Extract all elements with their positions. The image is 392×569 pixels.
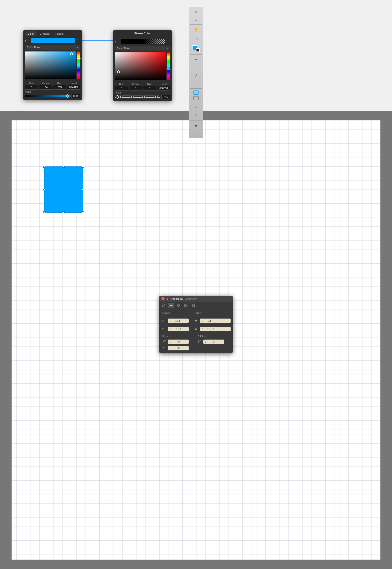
- height-down-arrow[interactable]: ▼: [201, 329, 203, 331]
- x-input[interactable]: [172, 319, 186, 322]
- gradient-field[interactable]: [25, 51, 76, 79]
- toolbar-hex-icon[interactable]: ⬡: [192, 112, 200, 119]
- tab-pattern[interactable]: Pattern: [53, 31, 66, 36]
- stroke-hex-label: Hex #: [157, 83, 170, 85]
- stroke-blue-input[interactable]: [143, 86, 156, 90]
- props-tool-grid[interactable]: [183, 303, 189, 308]
- tab-gradient[interactable]: Gradient: [37, 31, 52, 36]
- height-stepper[interactable]: ▲ ▼: [201, 327, 203, 331]
- y-input[interactable]: [172, 328, 186, 330]
- rotation-input[interactable]: [207, 340, 221, 343]
- stroke-hue-slider[interactable]: [167, 52, 170, 80]
- shape-blue-rect[interactable]: [44, 166, 83, 213]
- y-label: Y:: [161, 328, 166, 330]
- rotation-stepper[interactable]: ▲ ▼: [205, 340, 206, 344]
- width-stepper[interactable]: ▲ ▼: [201, 319, 203, 322]
- stroke-alpha-input[interactable]: [161, 95, 170, 99]
- red-input[interactable]: [25, 85, 38, 90]
- props-tool-transform[interactable]: [168, 303, 174, 308]
- rotation-down[interactable]: ▼: [205, 342, 206, 344]
- y-up-arrow[interactable]: ▲: [169, 327, 171, 329]
- x-down-arrow[interactable]: ▼: [169, 321, 171, 322]
- stroke-gradient-cursor[interactable]: [117, 70, 120, 73]
- props-close-button[interactable]: ✕: [161, 297, 165, 300]
- blue-input[interactable]: [53, 85, 66, 90]
- toolbar-ellipse-icon[interactable]: ○: [192, 104, 200, 111]
- shear-y-stepper[interactable]: ▲ ▼: [169, 346, 171, 350]
- shear-y-input[interactable]: [172, 347, 186, 349]
- toolbar-diamond-icon[interactable]: ◇: [192, 16, 200, 23]
- toolbar-arrow-icon[interactable]: ↕: [192, 130, 200, 137]
- props-collapse-button[interactable]: ▼: [166, 298, 168, 300]
- width-link-icon[interactable]: ⬌: [194, 317, 198, 324]
- stroke-green-input[interactable]: [129, 86, 142, 90]
- shear-x-up[interactable]: ▲: [169, 340, 171, 342]
- handle-lm[interactable]: [43, 189, 45, 190]
- toolbar-line-icon[interactable]: ╱: [192, 72, 200, 79]
- stroke-hex-input[interactable]: [157, 86, 170, 90]
- toolbar-bezier-icon[interactable]: ∫: [192, 80, 200, 87]
- handle-br[interactable]: [82, 211, 84, 213]
- width-up-arrow[interactable]: ▲: [201, 319, 203, 321]
- height-link-icon[interactable]: ⬍: [194, 326, 198, 332]
- rotation-up[interactable]: ▲: [205, 340, 206, 342]
- shear-y-up[interactable]: ▲: [169, 346, 171, 348]
- toolbar-pen-icon[interactable]: ✒: [192, 57, 200, 63]
- handle-bl[interactable]: [43, 211, 45, 213]
- stroke-picker-dropdown[interactable]: Color Picker ▼: [115, 46, 170, 51]
- handle-rm[interactable]: [82, 189, 84, 190]
- shear-x-input[interactable]: [172, 340, 186, 343]
- green-input[interactable]: [39, 85, 52, 90]
- color-panel: Color Gradient Pattern ≡ Color Picker ▼: [23, 30, 82, 100]
- stroke-swatch[interactable]: [196, 48, 200, 52]
- toolbar-rounded-rect-icon[interactable]: [194, 96, 198, 100]
- hex-input[interactable]: [67, 85, 80, 90]
- handle-tl[interactable]: [43, 166, 45, 168]
- color-preview-bar[interactable]: [31, 38, 75, 43]
- width-input[interactable]: [204, 319, 218, 322]
- handle-tr[interactable]: [82, 166, 84, 168]
- height-input[interactable]: [204, 328, 218, 330]
- x-stepper[interactable]: ▲ ▼: [169, 319, 171, 322]
- hue-slider[interactable]: [77, 51, 80, 79]
- shear-y-down[interactable]: ▼: [169, 348, 171, 350]
- gradient-cursor[interactable]: [70, 52, 73, 55]
- props-tool-style[interactable]: [176, 303, 181, 308]
- height-up-arrow[interactable]: ▲: [201, 327, 203, 329]
- shear-x-down[interactable]: ▼: [169, 342, 171, 344]
- tab-color[interactable]: Color: [25, 31, 36, 36]
- x-up-arrow[interactable]: ▲: [169, 319, 171, 321]
- toolbar-curve-icon[interactable]: ⌒: [192, 64, 200, 71]
- stroke-red-input[interactable]: [115, 86, 128, 90]
- handle-tm[interactable]: [63, 166, 65, 168]
- y-stepper[interactable]: ▲ ▼: [169, 327, 171, 331]
- handle-bm[interactable]: [63, 211, 65, 213]
- color-picker-dropdown[interactable]: Color Picker ▼: [25, 45, 80, 50]
- toolbar-star-icon[interactable]: ★: [192, 122, 200, 129]
- alpha-track[interactable]: [25, 95, 70, 97]
- color-options-button[interactable]: ≡: [77, 38, 80, 43]
- toolbar-zoom-icon[interactable]: 🔍: [192, 34, 200, 41]
- shear-x-stepper[interactable]: ▲ ▼: [169, 340, 171, 344]
- color-picker-arrow: ▼: [76, 46, 78, 48]
- alpha-input[interactable]: [71, 94, 80, 98]
- stroke-eyedropper-button[interactable]: [115, 39, 120, 44]
- stroke-alpha-thumb[interactable]: [116, 95, 119, 99]
- stroke-alpha-track[interactable]: [115, 96, 160, 98]
- props-tool-geometry[interactable]: [161, 303, 167, 308]
- toolbar-rect-icon[interactable]: ▭: [192, 8, 200, 15]
- props-tool-doc[interactable]: [190, 303, 196, 308]
- fill-stroke-indicator[interactable]: [192, 45, 200, 52]
- svg-point-1: [177, 304, 180, 307]
- stroke-options-button[interactable]: ≡: [167, 39, 170, 44]
- width-down-arrow[interactable]: ▼: [201, 321, 203, 322]
- alpha-thumb[interactable]: [66, 94, 69, 98]
- height-input-wrapper: ▲ ▼: [200, 327, 231, 331]
- stroke-gradient-field[interactable]: [115, 52, 166, 80]
- y-down-arrow[interactable]: ▼: [169, 329, 171, 331]
- toolbar-hand-icon[interactable]: ✋: [192, 27, 200, 33]
- toolbar-rect-shape-icon[interactable]: [194, 90, 198, 95]
- canvas-paper[interactable]: ✕ ▼ Properties: Geometry: [12, 120, 380, 560]
- toolbar-divider-2: [190, 43, 202, 43]
- eyedropper-button[interactable]: [25, 38, 30, 43]
